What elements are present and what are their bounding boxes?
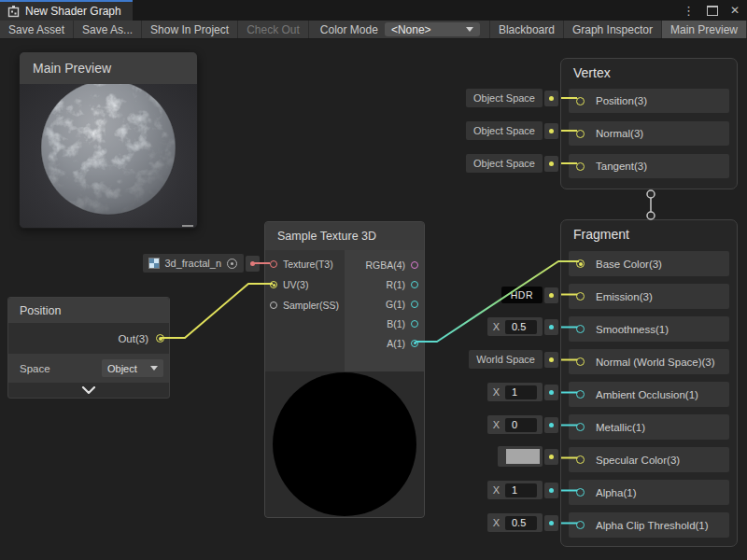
normal-space-chip[interactable]: Object Space: [466, 121, 558, 140]
output-row-r[interactable]: R(1): [345, 274, 424, 294]
object-picker-icon[interactable]: [227, 259, 237, 269]
vertex-row-tangent-label: Tangent(3): [596, 161, 647, 172]
fragment-row-ambient-occlusion[interactable]: Ambient Occlusion(1): [569, 382, 729, 407]
alpha-value-chip[interactable]: X 1: [487, 481, 558, 499]
out-output-port[interactable]: [156, 334, 164, 343]
check-out-button: Check Out: [238, 21, 309, 38]
shader-graph-asset-icon: [7, 6, 20, 18]
blackboard-toggle-button[interactable]: Blackboard: [489, 21, 564, 38]
metallic-value-field[interactable]: 0: [505, 418, 537, 432]
resize-handle[interactable]: [182, 225, 193, 227]
tangent-space-chip[interactable]: Object Space: [466, 154, 558, 173]
toolbar: Save Asset Save As... Show In Project Ch…: [0, 21, 747, 39]
a-output-port[interactable]: [411, 340, 418, 347]
specular-color-input-port[interactable]: [576, 455, 585, 464]
ambient-occlusion-value-chip[interactable]: X 1: [487, 383, 558, 401]
base-color-input-port[interactable]: [576, 259, 585, 268]
vertex-node-title: Vertex: [561, 59, 737, 80]
close-icon[interactable]: ✕: [730, 5, 740, 16]
main-preview-viewport: [20, 84, 197, 229]
texture-input-port[interactable]: [270, 260, 277, 268]
vertex-row-normal[interactable]: Normal(3): [569, 121, 729, 146]
show-in-project-button[interactable]: Show In Project: [142, 21, 238, 38]
output-row-b[interactable]: B(1): [345, 314, 424, 333]
vertex-row-position[interactable]: Position(3): [569, 89, 729, 113]
input-row-sampler[interactable]: Sampler(SS): [265, 295, 345, 315]
vertex-node[interactable]: Vertex Position(3) Normal(3) Tangent(3): [560, 58, 738, 189]
normal-space-mode-chip[interactable]: World Space: [469, 350, 558, 369]
alpha-clip-threshold-value-chip[interactable]: X 0.5: [487, 513, 558, 532]
node-preview: [265, 371, 424, 517]
position-out-row[interactable]: Out(3): [8, 323, 169, 354]
save-as-button[interactable]: Save As...: [74, 21, 142, 38]
window-menu-icon[interactable]: ⋮: [683, 5, 695, 17]
tab-new-shader-graph[interactable]: New Shader Graph: [0, 0, 133, 21]
fragment-row-alpha[interactable]: Alpha(1): [569, 480, 729, 505]
input-row-uv[interactable]: UV(3): [265, 274, 345, 295]
fragment-row-alpha-clip-threshold[interactable]: Alpha Clip Threshold(1): [569, 512, 729, 538]
texture-slot-chip[interactable]: 3d_fractal_n: [143, 254, 260, 273]
position-input-port[interactable]: [576, 97, 585, 105]
normal-ws-input-port[interactable]: [576, 357, 585, 366]
r-output-port[interactable]: [411, 281, 418, 288]
alpha-clip-threshold-input-port[interactable]: [576, 521, 585, 529]
b-output-port[interactable]: [411, 320, 418, 328]
color-mode-label: Color Mode: [320, 23, 378, 36]
chevron-down-icon: [81, 386, 96, 394]
fragment-row-normal-ws[interactable]: Normal (World Space)(3): [569, 349, 729, 374]
smoothness-input-port[interactable]: [576, 325, 585, 333]
smoothness-value-chip[interactable]: X 0.5: [487, 317, 558, 336]
metallic-value-chip[interactable]: X 0: [487, 415, 558, 434]
tangent-input-port[interactable]: [576, 162, 585, 171]
fragment-row-metallic[interactable]: Metallic(1): [569, 414, 729, 440]
g-output-port[interactable]: [411, 301, 418, 308]
output-row-g[interactable]: G(1): [345, 294, 424, 314]
chip-port-box: [544, 91, 558, 106]
fragment-node[interactable]: Fragment Base Color(3) Emission(3) Smoot…: [560, 219, 738, 547]
preview-sphere: [20, 84, 197, 229]
collapse-preview-button[interactable]: [8, 383, 169, 398]
fragment-row-emission[interactable]: Emission(3): [569, 284, 729, 309]
alpha-input-port[interactable]: [576, 488, 585, 497]
fragment-row-smoothness[interactable]: Smoothness(1): [569, 316, 729, 342]
ambient-occlusion-input-port[interactable]: [576, 390, 585, 399]
position-node[interactable]: Position Out(3) Space Object: [7, 297, 170, 399]
output-row-rgba[interactable]: RGBA(4): [345, 255, 424, 274]
uv-input-port[interactable]: [270, 281, 277, 288]
sample-texture-3d-node[interactable]: Sample Texture 3D Texture(T3) UV(3) Samp…: [264, 221, 425, 518]
main-preview-panel[interactable]: Main Preview: [19, 51, 198, 229]
sampler-input-port[interactable]: [270, 301, 277, 309]
fragment-row-base-color[interactable]: Base Color(3): [569, 251, 729, 276]
main-preview-title: Main Preview: [20, 52, 197, 84]
vertex-row-normal-label: Normal(3): [596, 128, 643, 139]
emission-hdr-chip[interactable]: HDR: [501, 286, 558, 304]
graph-canvas[interactable]: Vertex Position(3) Normal(3) Tangent(3) …: [0, 39, 747, 560]
alpha-value-field[interactable]: 1: [505, 483, 537, 497]
sample-texture-outputs: RGBA(4) R(1) G(1) B(1): [345, 250, 424, 371]
emission-input-port[interactable]: [576, 292, 585, 301]
position-space-row: Space Object: [8, 354, 169, 383]
fragment-row-specular-color[interactable]: Specular Color(3): [569, 447, 729, 472]
normal-input-port[interactable]: [576, 130, 585, 138]
save-asset-button[interactable]: Save Asset: [0, 21, 74, 38]
space-dropdown[interactable]: Object: [102, 359, 163, 377]
sample-texture-3d-title: Sample Texture 3D: [265, 222, 424, 250]
ambient-occlusion-value-field[interactable]: 1: [505, 385, 537, 399]
color-mode-dropdown[interactable]: <None>: [385, 22, 480, 36]
rgba-output-port[interactable]: [411, 261, 418, 269]
chevron-down-icon: [150, 366, 158, 371]
position-space-chip[interactable]: Object Space: [466, 89, 558, 107]
output-row-a[interactable]: A(1): [345, 333, 424, 353]
maximize-icon[interactable]: [707, 6, 718, 16]
hdr-color-field[interactable]: HDR: [501, 287, 543, 303]
vertex-row-tangent[interactable]: Tangent(3): [569, 154, 729, 178]
graph-inspector-toggle-button[interactable]: Graph Inspector: [564, 21, 662, 38]
main-preview-toggle-button[interactable]: Main Preview: [662, 21, 747, 38]
input-row-texture[interactable]: Texture(T3): [265, 254, 345, 274]
metallic-input-port[interactable]: [576, 423, 585, 431]
alpha-clip-threshold-value-field[interactable]: 0.5: [505, 516, 537, 530]
specular-color-chip[interactable]: [498, 447, 558, 466]
specular-color-swatch[interactable]: [498, 446, 543, 467]
chip-port-box: [544, 156, 558, 172]
smoothness-value-field[interactable]: 0.5: [505, 320, 537, 334]
